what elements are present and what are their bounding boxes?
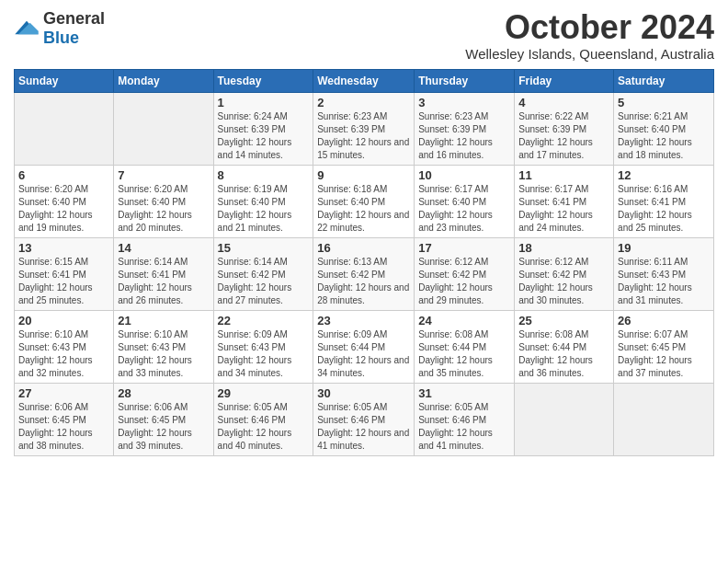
- day-detail: Sunrise: 6:05 AM Sunset: 6:46 PM Dayligh…: [317, 401, 410, 453]
- calendar-cell: 18Sunrise: 6:12 AM Sunset: 6:42 PM Dayli…: [515, 237, 614, 310]
- logo-general-text: General: [43, 9, 105, 28]
- day-number: 1: [218, 96, 310, 109]
- day-detail: Sunrise: 6:17 AM Sunset: 6:41 PM Dayligh…: [518, 183, 609, 235]
- day-detail: Sunrise: 6:14 AM Sunset: 6:41 PM Dayligh…: [118, 256, 209, 307]
- day-detail: Sunrise: 6:05 AM Sunset: 6:46 PM Dayligh…: [418, 401, 510, 453]
- calendar-cell: 22Sunrise: 6:09 AM Sunset: 6:43 PM Dayli…: [213, 310, 313, 383]
- day-number: 17: [418, 241, 510, 255]
- calendar-cell: 5Sunrise: 6:21 AM Sunset: 6:40 PM Daylig…: [614, 92, 714, 165]
- day-detail: Sunrise: 6:07 AM Sunset: 6:45 PM Dayligh…: [618, 328, 710, 380]
- day-number: 30: [317, 386, 410, 400]
- day-number: 12: [618, 168, 710, 182]
- day-detail: Sunrise: 6:08 AM Sunset: 6:44 PM Dayligh…: [518, 328, 609, 380]
- calendar-cell: 13Sunrise: 6:15 AM Sunset: 6:41 PM Dayli…: [15, 237, 114, 310]
- calendar-cell: 4Sunrise: 6:22 AM Sunset: 6:39 PM Daylig…: [515, 92, 614, 165]
- day-number: 11: [518, 168, 609, 182]
- week-row-5: 27Sunrise: 6:06 AM Sunset: 6:45 PM Dayli…: [15, 383, 714, 455]
- day-detail: Sunrise: 6:19 AM Sunset: 6:40 PM Dayligh…: [218, 183, 310, 235]
- day-detail: Sunrise: 6:08 AM Sunset: 6:44 PM Dayligh…: [418, 328, 510, 380]
- day-detail: Sunrise: 6:13 AM Sunset: 6:42 PM Dayligh…: [317, 256, 410, 307]
- calendar-cell: 8Sunrise: 6:19 AM Sunset: 6:40 PM Daylig…: [213, 165, 313, 237]
- day-number: 5: [618, 96, 710, 109]
- day-number: 2: [317, 96, 410, 109]
- main-title: October 2024: [465, 9, 714, 46]
- header-monday: Monday: [114, 69, 213, 92]
- calendar-cell: 12Sunrise: 6:16 AM Sunset: 6:41 PM Dayli…: [614, 165, 714, 237]
- calendar-cell: [614, 383, 714, 455]
- day-detail: Sunrise: 6:10 AM Sunset: 6:43 PM Dayligh…: [18, 328, 109, 380]
- calendar-cell: 24Sunrise: 6:08 AM Sunset: 6:44 PM Dayli…: [415, 310, 515, 383]
- day-number: 26: [618, 314, 710, 327]
- calendar-cell: 16Sunrise: 6:13 AM Sunset: 6:42 PM Dayli…: [313, 237, 415, 310]
- day-number: 23: [317, 314, 410, 327]
- day-detail: Sunrise: 6:06 AM Sunset: 6:45 PM Dayligh…: [18, 401, 109, 453]
- subtitle: Wellesley Islands, Queensland, Australia: [465, 46, 714, 62]
- day-number: 27: [18, 386, 109, 400]
- calendar-cell: 28Sunrise: 6:06 AM Sunset: 6:45 PM Dayli…: [114, 383, 213, 455]
- day-detail: Sunrise: 6:20 AM Sunset: 6:40 PM Dayligh…: [18, 183, 109, 235]
- day-number: 21: [118, 314, 209, 327]
- page-header: General Blue October 2024 Wellesley Isla…: [14, 9, 714, 62]
- day-number: 8: [218, 168, 310, 182]
- calendar-header-row: SundayMondayTuesdayWednesdayThursdayFrid…: [15, 69, 714, 92]
- calendar-cell: 2Sunrise: 6:23 AM Sunset: 6:39 PM Daylig…: [313, 92, 415, 165]
- title-section: October 2024 Wellesley Islands, Queensla…: [465, 9, 714, 62]
- day-detail: Sunrise: 6:14 AM Sunset: 6:42 PM Dayligh…: [218, 256, 310, 307]
- day-detail: Sunrise: 6:12 AM Sunset: 6:42 PM Dayligh…: [518, 256, 609, 307]
- day-number: 28: [118, 386, 209, 400]
- calendar-cell: 25Sunrise: 6:08 AM Sunset: 6:44 PM Dayli…: [515, 310, 614, 383]
- day-detail: Sunrise: 6:17 AM Sunset: 6:40 PM Dayligh…: [418, 183, 510, 235]
- calendar-cell: 7Sunrise: 6:20 AM Sunset: 6:40 PM Daylig…: [114, 165, 213, 237]
- day-detail: Sunrise: 6:06 AM Sunset: 6:45 PM Dayligh…: [118, 401, 209, 453]
- day-detail: Sunrise: 6:15 AM Sunset: 6:41 PM Dayligh…: [18, 256, 109, 307]
- week-row-3: 13Sunrise: 6:15 AM Sunset: 6:41 PM Dayli…: [15, 237, 714, 310]
- calendar-cell: 6Sunrise: 6:20 AM Sunset: 6:40 PM Daylig…: [15, 165, 114, 237]
- calendar-cell: 30Sunrise: 6:05 AM Sunset: 6:46 PM Dayli…: [313, 383, 415, 455]
- calendar-cell: [515, 383, 614, 455]
- day-number: 3: [418, 96, 510, 109]
- calendar-cell: 3Sunrise: 6:23 AM Sunset: 6:39 PM Daylig…: [415, 92, 515, 165]
- day-number: 31: [418, 386, 510, 400]
- day-detail: Sunrise: 6:22 AM Sunset: 6:39 PM Dayligh…: [518, 110, 609, 162]
- header-thursday: Thursday: [415, 69, 515, 92]
- day-number: 7: [118, 168, 209, 182]
- day-number: 9: [317, 168, 410, 182]
- day-detail: Sunrise: 6:11 AM Sunset: 6:43 PM Dayligh…: [618, 256, 710, 307]
- day-number: 22: [218, 314, 310, 327]
- calendar-cell: 29Sunrise: 6:05 AM Sunset: 6:46 PM Dayli…: [213, 383, 313, 455]
- day-detail: Sunrise: 6:23 AM Sunset: 6:39 PM Dayligh…: [418, 110, 510, 162]
- logo-blue-text: Blue: [43, 29, 79, 47]
- day-detail: Sunrise: 6:09 AM Sunset: 6:44 PM Dayligh…: [317, 328, 410, 380]
- day-detail: Sunrise: 6:23 AM Sunset: 6:39 PM Dayligh…: [317, 110, 410, 162]
- day-detail: Sunrise: 6:20 AM Sunset: 6:40 PM Dayligh…: [118, 183, 209, 235]
- day-number: 20: [18, 314, 109, 327]
- logo-icon: [14, 19, 40, 38]
- header-wednesday: Wednesday: [313, 69, 415, 92]
- calendar-cell: 1Sunrise: 6:24 AM Sunset: 6:39 PM Daylig…: [213, 92, 313, 165]
- day-detail: Sunrise: 6:16 AM Sunset: 6:41 PM Dayligh…: [618, 183, 710, 235]
- day-detail: Sunrise: 6:10 AM Sunset: 6:43 PM Dayligh…: [118, 328, 209, 380]
- day-number: 15: [218, 241, 310, 255]
- day-number: 4: [518, 96, 609, 109]
- week-row-4: 20Sunrise: 6:10 AM Sunset: 6:43 PM Dayli…: [15, 310, 714, 383]
- calendar-cell: 20Sunrise: 6:10 AM Sunset: 6:43 PM Dayli…: [15, 310, 114, 383]
- calendar-cell: 19Sunrise: 6:11 AM Sunset: 6:43 PM Dayli…: [614, 237, 714, 310]
- day-detail: Sunrise: 6:05 AM Sunset: 6:46 PM Dayligh…: [218, 401, 310, 453]
- day-number: 24: [418, 314, 510, 327]
- calendar-cell: 15Sunrise: 6:14 AM Sunset: 6:42 PM Dayli…: [213, 237, 313, 310]
- calendar-cell: 27Sunrise: 6:06 AM Sunset: 6:45 PM Dayli…: [15, 383, 114, 455]
- calendar-cell: 10Sunrise: 6:17 AM Sunset: 6:40 PM Dayli…: [415, 165, 515, 237]
- header-saturday: Saturday: [614, 69, 714, 92]
- calendar-table: SundayMondayTuesdayWednesdayThursdayFrid…: [14, 69, 714, 456]
- calendar-cell: 9Sunrise: 6:18 AM Sunset: 6:40 PM Daylig…: [313, 165, 415, 237]
- calendar-cell: [15, 92, 114, 165]
- day-number: 18: [518, 241, 609, 255]
- day-number: 6: [18, 168, 109, 182]
- day-detail: Sunrise: 6:09 AM Sunset: 6:43 PM Dayligh…: [218, 328, 310, 380]
- calendar-cell: 14Sunrise: 6:14 AM Sunset: 6:41 PM Dayli…: [114, 237, 213, 310]
- day-number: 19: [618, 241, 710, 255]
- calendar-cell: 31Sunrise: 6:05 AM Sunset: 6:46 PM Dayli…: [415, 383, 515, 455]
- day-detail: Sunrise: 6:18 AM Sunset: 6:40 PM Dayligh…: [317, 183, 410, 235]
- header-tuesday: Tuesday: [213, 69, 313, 92]
- day-number: 10: [418, 168, 510, 182]
